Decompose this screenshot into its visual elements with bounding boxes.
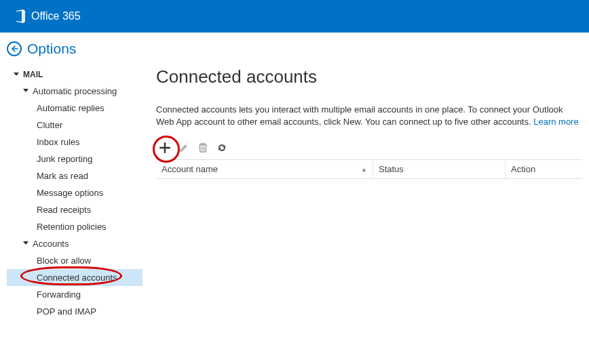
sidebar-item-label: Automatic replies <box>37 103 104 113</box>
refresh-icon <box>216 142 227 153</box>
sort-asc-icon: ▲ <box>361 166 367 173</box>
trash-icon <box>197 142 208 153</box>
new-button[interactable] <box>159 142 171 154</box>
page-title: Connected accounts <box>156 66 582 87</box>
sidebar-item-junk-reporting[interactable]: Junk reporting <box>7 150 142 167</box>
delete-button[interactable] <box>197 142 209 154</box>
edit-button[interactable] <box>178 142 190 154</box>
description-text: Connected accounts lets you interact wit… <box>156 104 563 127</box>
plus-icon <box>159 142 170 153</box>
caret-down-icon <box>23 89 28 92</box>
sidebar-item-label: Inbox rules <box>37 137 80 147</box>
sidebar-item-label: Block or allow <box>37 256 91 266</box>
pencil-icon <box>178 142 189 153</box>
sidebar: MAIL Automatic processing Automatic repl… <box>0 64 142 320</box>
sidebar-item-label: POP and IMAP <box>37 306 96 317</box>
sidebar-item-block-or-allow[interactable]: Block or allow <box>7 252 142 269</box>
sidebar-item-label: Connected accounts <box>37 272 117 283</box>
sidebar-item-label: Forwarding <box>37 289 81 300</box>
caret-down-icon <box>23 241 28 245</box>
accounts-table: Account name ▲ Status Action <box>156 159 582 179</box>
sidebar-item-mark-as-read[interactable]: Mark as read <box>7 167 142 184</box>
options-header: Options <box>0 33 589 64</box>
office-logo-icon <box>14 9 27 23</box>
sidebar-item-label: Clutter <box>37 120 62 130</box>
sidebar-item-inbox-rules[interactable]: Inbox rules <box>7 134 142 150</box>
column-label: Status <box>379 164 404 174</box>
sidebar-item-label: Read receipts <box>37 205 91 215</box>
sidebar-item-label: Mark as read <box>37 171 88 181</box>
column-label: Action <box>511 164 535 174</box>
sidebar-item-retention-policies[interactable]: Retention policies <box>7 218 142 235</box>
sidebar-item-label: Junk reporting <box>37 154 92 164</box>
column-label: Account name <box>162 164 218 174</box>
sidebar-item-label: Message options <box>37 188 103 198</box>
page-description: Connected accounts lets you interact wit… <box>156 104 582 128</box>
sidebar-item-connected-accounts[interactable]: Connected accounts <box>7 269 142 286</box>
sidebar-item-clutter[interactable]: Clutter <box>7 117 142 134</box>
sidebar-item-automatic-replies[interactable]: Automatic replies <box>7 100 142 117</box>
options-label: Options <box>27 41 76 57</box>
sidebar-item-read-receipts[interactable]: Read receipts <box>7 201 142 218</box>
sidebar-group-label: Accounts <box>33 239 69 249</box>
svg-marker-2 <box>23 9 25 23</box>
sidebar-root-label: MAIL <box>23 70 43 79</box>
column-header-action[interactable]: Action <box>506 160 582 178</box>
content-panel: Connected accounts Connected accounts le… <box>142 64 589 320</box>
caret-down-icon <box>14 73 19 76</box>
learn-more-link[interactable]: Learn more <box>533 117 578 127</box>
column-header-status[interactable]: Status <box>373 160 506 178</box>
app-header: Office 365 <box>0 0 589 33</box>
sidebar-item-label: Retention policies <box>37 222 107 232</box>
brand[interactable]: Office 365 <box>14 9 81 23</box>
brand-text: Office 365 <box>31 10 81 22</box>
sidebar-item-message-options[interactable]: Message options <box>7 184 142 201</box>
svg-marker-1 <box>16 11 22 22</box>
sidebar-item-pop-and-imap[interactable]: POP and IMAP <box>7 303 142 320</box>
sidebar-group-accounts[interactable]: Accounts <box>7 235 142 252</box>
toolbar <box>156 142 582 154</box>
sidebar-root-mail[interactable]: MAIL <box>7 66 142 83</box>
sidebar-group-automatic-processing[interactable]: Automatic processing <box>7 83 142 100</box>
column-header-account-name[interactable]: Account name ▲ <box>156 160 373 178</box>
back-button[interactable] <box>7 41 22 56</box>
table-header-row: Account name ▲ Status Action <box>156 160 582 178</box>
refresh-button[interactable] <box>216 142 228 154</box>
sidebar-group-label: Automatic processing <box>33 86 117 96</box>
sidebar-item-forwarding[interactable]: Forwarding <box>7 286 142 303</box>
arrow-left-icon <box>10 45 18 53</box>
